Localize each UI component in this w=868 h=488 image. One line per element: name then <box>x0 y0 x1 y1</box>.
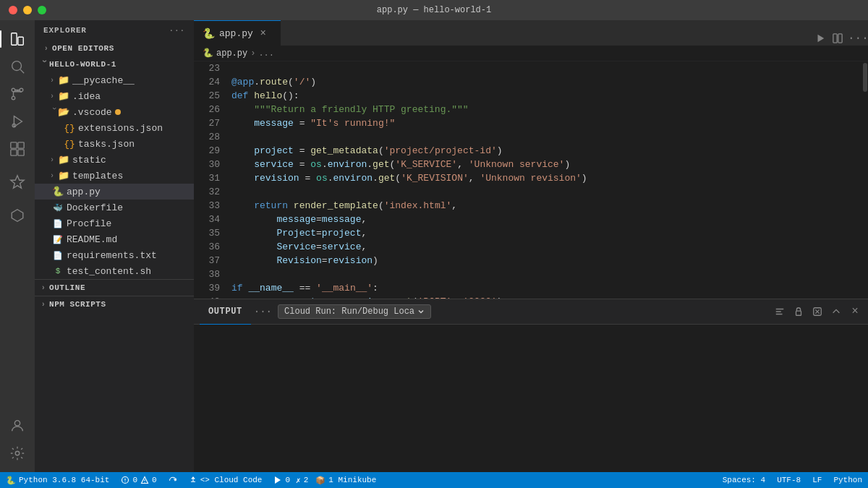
status-cloud-code[interactable]: <> Cloud Code <box>183 472 268 488</box>
app-py-label: app.py <box>67 187 101 197</box>
status-bar-right: Spaces: 4 UTF-8 LF Python <box>717 472 868 488</box>
sidebar-item-tasks-json[interactable]: {} tasks.json <box>35 136 194 152</box>
svg-point-4 <box>12 88 15 92</box>
svg-marker-12 <box>11 176 24 188</box>
svg-rect-0 <box>12 33 17 46</box>
npm-scripts-section[interactable]: › NPM SCRIPTS <box>35 296 194 312</box>
project-root-arrow: › <box>38 59 49 70</box>
outline-section-container: › OUTLINE <box>35 279 194 296</box>
status-python[interactable]: 🐍 Python 3.6.8 64-bit <box>0 472 115 488</box>
explorer-activity-icon[interactable] <box>4 26 30 52</box>
breadcrumb-filename[interactable]: app.py <box>216 48 247 59</box>
dropdown-label: Cloud Run: Run/Debug Loca <box>284 307 414 317</box>
status-language[interactable]: Python <box>827 472 868 488</box>
sidebar-item-readme[interactable]: 📝 README.md <box>35 231 194 247</box>
run-activity-icon[interactable] <box>4 108 30 134</box>
close-button[interactable] <box>9 6 17 14</box>
svg-rect-8 <box>11 142 17 148</box>
extensions-activity-icon[interactable] <box>4 136 30 162</box>
more-actions-icon[interactable]: ··· <box>848 32 862 45</box>
panel-lock-icon[interactable] <box>791 304 806 319</box>
open-editors-section[interactable]: › OPEN EDITORS <box>35 40 194 56</box>
main-layout: Explorer ··· › OPEN EDITORS › HELLO-WORL… <box>0 20 868 472</box>
panel-collapse-up-icon[interactable] <box>829 304 843 319</box>
panel-close-icon[interactable]: × <box>848 304 862 319</box>
python-file-icon: 🐍 <box>52 186 64 197</box>
minikube-label: 1 Minikube <box>328 476 376 484</box>
outline-section[interactable]: › OUTLINE <box>35 280 194 296</box>
folder-icon: 📁 <box>58 74 69 86</box>
encoding-label: UTF-8 <box>777 476 801 484</box>
scroll-track[interactable] <box>861 61 868 299</box>
tab-filename: app.py <box>219 28 253 39</box>
breadcrumb-python-icon: 🐍 <box>203 48 213 59</box>
python-status-icon: 🐍 <box>6 476 16 485</box>
search-activity-icon[interactable] <box>4 53 30 80</box>
code-editor[interactable]: 23 24 25 26 27 28 29 30 31 32 33 34 35 3… <box>194 61 868 299</box>
sidebar-item-procfile[interactable]: 📄 Procfile <box>35 215 194 231</box>
tab-python-icon: 🐍 <box>203 27 215 40</box>
sidebar-item-requirements[interactable]: 📄 requirements.txt <box>35 247 194 263</box>
sidebar-item-static[interactable]: › 📁 static <box>35 152 194 168</box>
window-controls <box>9 6 46 14</box>
k8s-icon: 📦 <box>315 476 326 485</box>
status-bar: 🐍 Python 3.6.8 64-bit 0 0 <> Cloud Code … <box>0 472 868 488</box>
cloud-code-activity-icon[interactable] <box>4 169 30 195</box>
cloud-code-status-icon <box>189 476 197 484</box>
spaces-label: Spaces: 4 <box>723 476 765 484</box>
panel-tab-output[interactable]: OUTPUT <box>200 299 251 325</box>
source-control-activity-icon[interactable] <box>4 81 30 107</box>
code-line-23 <box>231 61 855 75</box>
minimize-button[interactable] <box>23 6 32 14</box>
panel-source-dropdown[interactable]: Cloud Run: Run/Debug Loca <box>278 304 431 319</box>
requirements-label: requirements.txt <box>67 250 157 261</box>
activity-bar <box>0 20 35 472</box>
status-run[interactable]: 0 ✗ 2 📦 1 Minikube <box>268 472 382 488</box>
account-activity-icon[interactable] <box>4 413 30 439</box>
panel-list-icon[interactable] <box>773 304 787 319</box>
run-icon[interactable] <box>813 31 827 46</box>
maximize-button[interactable] <box>38 6 46 14</box>
split-editor-icon[interactable] <box>830 31 845 46</box>
status-encoding[interactable]: UTF-8 <box>771 472 807 488</box>
sidebar-tree: › OPEN EDITORS › HELLO-WORLD-1 › 📁 __pyc… <box>35 40 194 472</box>
status-line-ending[interactable]: LF <box>807 472 827 488</box>
sidebar-item-idea[interactable]: › 📁 .idea <box>35 88 194 104</box>
status-sync[interactable] <box>163 472 183 488</box>
sidebar-header-actions: ··· <box>169 26 185 35</box>
sidebar-item-pycache[interactable]: › 📁 __pycache__ <box>35 72 194 88</box>
code-content[interactable]: @app.route('/') def hello(): """Return a… <box>226 61 861 299</box>
status-spaces[interactable]: Spaces: 4 <box>717 472 771 488</box>
sidebar-more-icon[interactable]: ··· <box>169 26 185 35</box>
npm-scripts-label: NPM SCRIPTS <box>49 300 106 309</box>
sidebar-item-vscode[interactable]: › 📂 .vscode <box>35 104 194 120</box>
sidebar-item-dockerfile[interactable]: 🐳 Dockerfile <box>35 200 194 215</box>
panel-badge-icon[interactable] <box>810 304 825 319</box>
language-label: Python <box>833 476 862 484</box>
panel-content[interactable] <box>194 325 868 472</box>
settings-activity-icon[interactable] <box>4 440 30 466</box>
sidebar-item-extensions-json[interactable]: {} extensions.json <box>35 120 194 136</box>
modified-indicator <box>115 109 121 115</box>
tab-close-button[interactable]: × <box>258 27 269 39</box>
run-count: 0 <box>285 476 290 484</box>
activity-bar-bottom <box>4 413 30 472</box>
sidebar-item-app-py[interactable]: 🐍 app.py <box>35 184 194 200</box>
breadcrumb-sep: › <box>250 48 255 59</box>
sidebar-header: Explorer ··· <box>35 20 194 40</box>
sidebar-item-test-sh[interactable]: $ test_content.sh <box>35 263 194 279</box>
tab-app-py[interactable]: 🐍 app.py × <box>194 20 281 46</box>
text-file-icon: 📄 <box>52 249 64 261</box>
breadcrumb-more[interactable]: ... <box>258 48 274 59</box>
sidebar-item-templates[interactable]: › 📁 templates <box>35 168 194 184</box>
api-activity-icon[interactable] <box>4 202 30 228</box>
json-file-icon: {} <box>64 122 75 134</box>
panel-more-actions[interactable]: ··· <box>254 306 272 317</box>
code-line-37: Revision=revision) <box>231 254 855 267</box>
folder-icon-vscode: 📂 <box>58 106 69 118</box>
tasks-json-label: tasks.json <box>78 139 135 150</box>
svg-rect-16 <box>833 34 837 43</box>
status-errors[interactable]: 0 0 <box>115 472 162 488</box>
vscode-label: .vscode <box>72 107 112 118</box>
project-root-section[interactable]: › HELLO-WORLD-1 <box>35 56 194 72</box>
